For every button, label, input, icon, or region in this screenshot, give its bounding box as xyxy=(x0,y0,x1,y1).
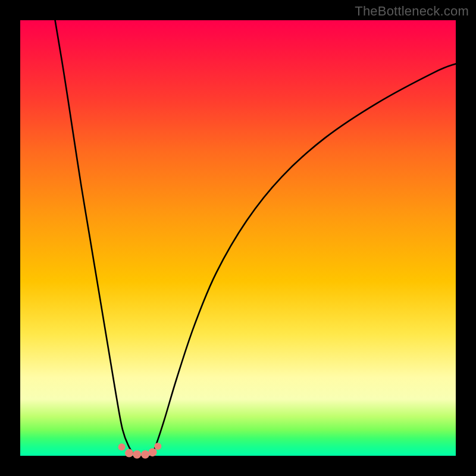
marker-point-5 xyxy=(154,443,161,450)
series-group xyxy=(55,20,456,456)
chart-frame: TheBottleneck.com xyxy=(0,0,476,476)
series-left-curve xyxy=(55,20,138,456)
marker-point-0 xyxy=(118,443,126,450)
markers-group xyxy=(118,443,162,459)
marker-point-4 xyxy=(149,448,157,456)
marker-point-1 xyxy=(125,449,133,458)
chart-svg xyxy=(20,20,456,456)
marker-point-3 xyxy=(141,450,149,459)
watermark-text: TheBottleneck.com xyxy=(355,4,469,19)
plot-area xyxy=(20,20,456,456)
marker-point-2 xyxy=(133,450,141,459)
series-right-curve xyxy=(151,64,456,456)
